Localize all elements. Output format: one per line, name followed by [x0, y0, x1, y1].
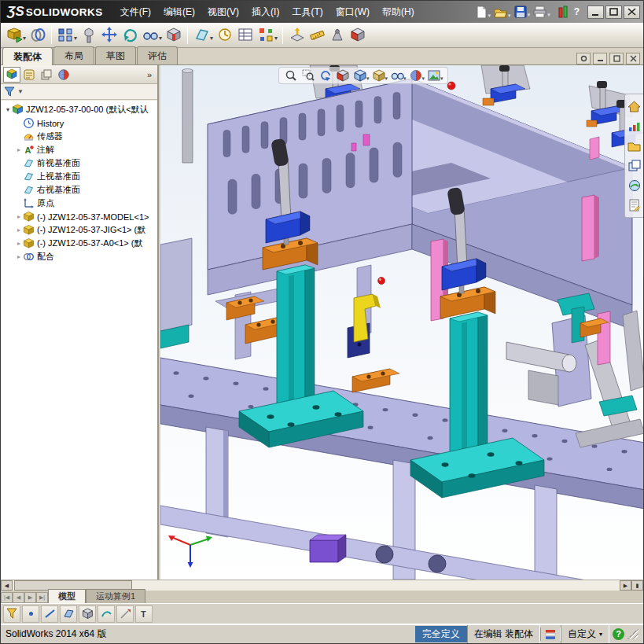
previous-view-icon[interactable] [317, 68, 334, 83]
window-resize-grip[interactable] [627, 628, 638, 639]
tree-item-sensors[interactable]: 传感器 [1, 130, 157, 143]
rotate-component-icon[interactable] [120, 25, 140, 46]
tab-scroll-last-button[interactable]: ▶| [36, 592, 48, 603]
filter-solid-bodies-icon[interactable] [79, 605, 96, 623]
menu-view[interactable]: 视图(V) [201, 2, 245, 22]
menu-file[interactable]: 文件(F) [114, 2, 157, 22]
measure-icon[interactable] [307, 25, 327, 46]
filter-surface-bodies-icon[interactable] [98, 605, 115, 623]
tree-item-right-plane[interactable]: 右视基准面 [1, 183, 157, 197]
doc-restore-button[interactable] [609, 53, 624, 64]
tree-item-root[interactable]: ▾ JZW12-05-37-00-00 (默认<默认 [1, 103, 157, 116]
tab-scroll-first-button[interactable]: |◀ [1, 592, 13, 603]
bill-of-materials-icon[interactable] [235, 25, 256, 46]
tab-evaluate[interactable]: 评估 [137, 46, 178, 64]
appearances-scenes-icon[interactable] [626, 177, 642, 193]
configuration-manager-icon[interactable] [38, 67, 55, 83]
reference-geometry-icon[interactable] [191, 25, 212, 46]
doc-close-button[interactable] [626, 53, 640, 64]
tab-layout[interactable]: 布局 [53, 46, 94, 64]
filter-faces-icon[interactable] [60, 605, 77, 623]
featuremanager-tree-icon[interactable] [3, 67, 20, 83]
menu-window[interactable]: 窗口(W) [329, 2, 376, 22]
tree-item-history[interactable]: History [1, 116, 157, 130]
display-manager-icon[interactable] [55, 67, 72, 83]
status-custom-dropdown[interactable]: 自定义 ▾ [561, 625, 609, 643]
save-icon[interactable]: ▾ [514, 6, 531, 18]
custom-properties-icon[interactable] [626, 197, 642, 213]
new-motion-study-icon[interactable] [215, 25, 235, 46]
filter-caret[interactable]: ▼ [17, 88, 24, 95]
open-icon[interactable]: ▾ [494, 6, 511, 19]
tab-model[interactable]: 模型 [48, 589, 86, 603]
minimize-button[interactable] [587, 6, 604, 19]
expand-arrow[interactable]: ▸ [15, 146, 23, 153]
tree-item-component-model[interactable]: ▸ (-) JZW12-05-37-MODEL<1> [1, 210, 157, 223]
performance-icon[interactable] [558, 6, 568, 18]
featuremanager-panel: » ▼ ▾ JZW12-05-37-00-00 (默认<默认 History 传… [1, 65, 159, 580]
filter-toggle-icon[interactable] [3, 605, 20, 623]
doc-pin-button[interactable] [576, 53, 591, 64]
mate-icon[interactable] [28, 25, 48, 46]
menu-edit[interactable]: 编辑(E) [157, 2, 201, 22]
maximize-button[interactable] [605, 6, 622, 19]
mass-properties-icon[interactable] [327, 25, 348, 46]
graphics-area[interactable]: ▾ ▾ ▾ ▾ ▾ [160, 65, 644, 580]
tree-item-component-a0[interactable]: ▸ (-) JZW12-05-37-A0<1> (默 [1, 237, 157, 250]
filter-vertices-icon[interactable] [22, 605, 39, 623]
pane-split-handle[interactable]: ▮ [631, 580, 643, 591]
menu-help[interactable]: 帮助(H) [376, 2, 421, 22]
smart-fasteners-icon[interactable] [79, 25, 99, 46]
print-icon[interactable]: ▾ [533, 6, 550, 18]
show-hidden-components-icon[interactable] [140, 25, 160, 46]
property-manager-icon[interactable] [20, 67, 38, 83]
tree-item-front-plane[interactable]: 前视基准面 [1, 156, 157, 170]
insert-components-icon[interactable] [4, 25, 24, 46]
status-quick-tips-icon[interactable] [540, 627, 561, 641]
assembly-features-icon[interactable] [164, 25, 184, 46]
expand-arrow[interactable]: ▸ [15, 240, 23, 247]
tree-item-label: 前视基准面 [37, 157, 80, 169]
tree-item-origin[interactable]: 原点 [1, 197, 157, 210]
expand-arrow[interactable]: ▸ [15, 213, 23, 220]
solidworks-resources-icon[interactable] [626, 98, 642, 115]
panel-flyout-chevron[interactable]: » [144, 70, 155, 79]
menu-tools[interactable]: 工具(T) [285, 2, 329, 22]
tree-item-mates[interactable]: ▸ 配合 [1, 250, 157, 263]
status-help-icon[interactable]: ? [613, 628, 624, 640]
close-button[interactable] [624, 6, 640, 19]
tree-item-annotations[interactable]: ▸ A 注解 [1, 143, 157, 156]
tab-scroll-prev-button[interactable]: ◀ [13, 592, 24, 603]
tree-item-component-jig[interactable]: ▸ (-) JZW12-05-37-JIG<1> (默 [1, 223, 157, 237]
scroll-left-button[interactable]: ◀ [1, 580, 13, 591]
doc-minimize-button[interactable] [593, 53, 607, 64]
instant3d-icon[interactable] [286, 25, 307, 46]
filter-funnel-icon[interactable] [4, 86, 16, 98]
design-library-icon[interactable] [626, 118, 642, 134]
tab-assembly[interactable]: 装配体 [2, 47, 53, 65]
section-view-icon[interactable] [334, 68, 351, 83]
view-palette-icon[interactable] [626, 157, 642, 174]
zoom-to-area-icon[interactable] [300, 68, 317, 83]
scroll-right-button[interactable]: ▶ [620, 580, 631, 591]
filter-edges-icon[interactable] [41, 605, 58, 623]
linear-component-pattern-icon[interactable] [55, 25, 75, 46]
filter-sketch-segments-icon[interactable] [116, 605, 134, 623]
expand-arrow[interactable]: ▾ [4, 106, 12, 113]
3d-model-scene[interactable] [160, 65, 644, 580]
expand-arrow[interactable]: ▸ [15, 253, 23, 260]
expand-arrow[interactable]: ▸ [15, 226, 23, 234]
help-icon[interactable]: ? [574, 6, 580, 17]
menu-insert[interactable]: 插入(I) [245, 2, 285, 22]
tab-sketch[interactable]: 草图 [95, 46, 136, 64]
file-explorer-icon[interactable] [626, 138, 642, 154]
section-view-icon[interactable] [348, 25, 368, 46]
tab-scroll-next-button[interactable]: ▶ [24, 592, 36, 603]
move-component-icon[interactable] [99, 25, 120, 46]
new-document-icon[interactable]: ▾ [476, 6, 491, 19]
filter-annotations-icon[interactable]: T [135, 605, 153, 623]
tab-motion-study-1[interactable]: 运动算例1 [86, 589, 145, 603]
zoom-to-fit-icon[interactable] [282, 68, 300, 83]
exploded-view-icon[interactable] [256, 25, 276, 46]
tree-item-top-plane[interactable]: 上视基准面 [1, 170, 157, 183]
